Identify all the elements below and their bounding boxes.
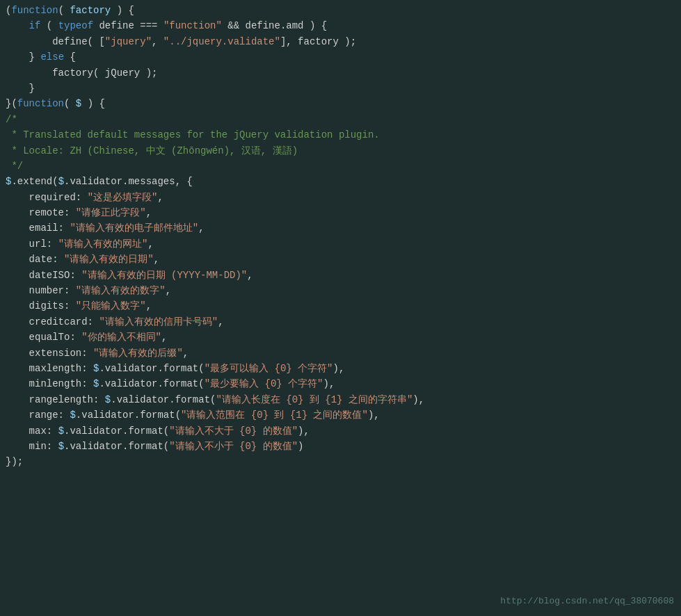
code-line-5: factory( jQuery );: [0, 65, 681, 81]
watermark: http://blog.csdn.net/qq_38070608: [500, 594, 674, 609]
code-line-14: $.extend($.validator.messages, {: [0, 174, 681, 189]
code-line-25: extension: "请输入有效的后缀",: [0, 346, 681, 361]
code-line-24: equalTo: "你的输入不相同",: [0, 330, 681, 345]
code-line-32: });: [0, 454, 681, 469]
code-line-31: min: $.validator.format("请输入不小于 {0} 的数值"…: [0, 439, 681, 454]
code-line-28: rangelength: $.validator.format("请输入长度在 …: [0, 392, 681, 407]
code-line-23: creditcard: "请输入有效的信用卡号码",: [0, 314, 681, 330]
code-line-12: */: [0, 159, 681, 174]
code-line-6: }: [0, 81, 681, 96]
code-line-10: * Translated default messages for the jQ…: [0, 127, 681, 143]
code-line-2: if ( typeof define === "function" && def…: [0, 18, 681, 33]
code-line-20: dateISO: "请输入有效的日期 (YYYY-MM-DD)",: [0, 268, 681, 283]
code-line-22: digits: "只能输入数字",: [0, 298, 681, 314]
code-line-30: max: $.validator.format("请输入不大于 {0} 的数值"…: [0, 423, 681, 439]
code-line-21: number: "请输入有效的数字",: [0, 283, 681, 298]
code-line-15: required: "这是必填字段",: [0, 190, 681, 205]
code-line-18: url: "请输入有效的网址",: [0, 236, 681, 252]
code-line-27: minlength: $.validator.format("最少要输入 {0}…: [0, 376, 681, 391]
code-line-9: /*: [0, 112, 681, 127]
code-line-4: } else {: [0, 49, 681, 65]
code-line-16: remote: "请修正此字段",: [0, 205, 681, 220]
code-line-29: range: $.validator.format("请输入范围在 {0} 到 …: [0, 407, 681, 423]
code-line-17: email: "请输入有效的电子邮件地址",: [0, 220, 681, 236]
code-line-1: (function( factory ) {: [0, 3, 681, 18]
code-line-11: * Locale: ZH (Chinese, 中文 (Zhōngwén), 汉语…: [0, 143, 681, 159]
code-line-3: define( ["jquery", "../jquery.validate"]…: [0, 34, 681, 49]
code-block: (function( factory ) { if ( typeof defin…: [0, 0, 681, 473]
code-line-19: date: "请输入有效的日期",: [0, 252, 681, 267]
code-line-7: }(function( $ ) {: [0, 96, 681, 111]
code-line-26: maxlength: $.validator.format("最多可以输入 {0…: [0, 361, 681, 376]
